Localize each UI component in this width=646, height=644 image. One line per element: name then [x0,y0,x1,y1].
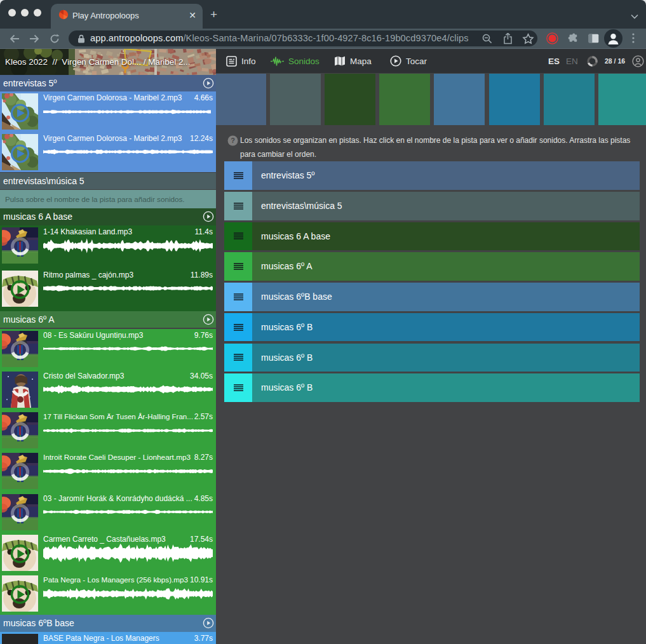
svg-text:?: ? [231,137,235,144]
